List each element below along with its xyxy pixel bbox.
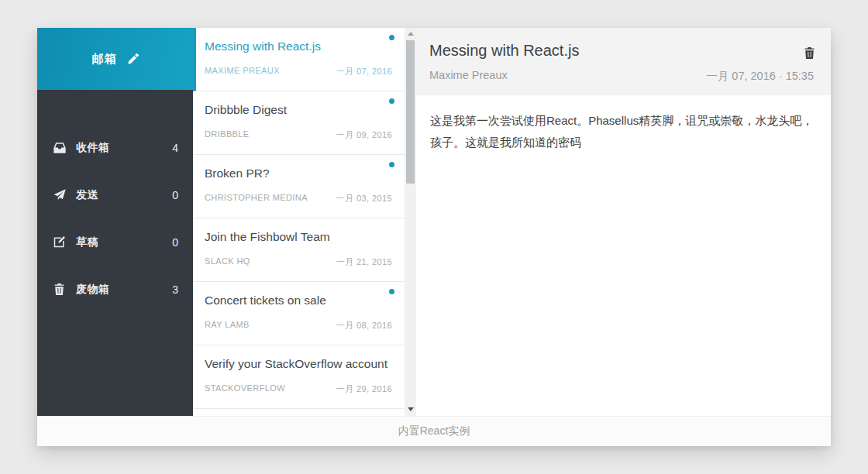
email-meta-row: CHRISTOPHER MEDINA一月 03, 2015: [205, 193, 392, 204]
sidebar-item-trash[interactable]: 废物箱3: [37, 266, 193, 313]
email-date: 一月 29, 2016: [336, 383, 392, 395]
detail-meta-row: Maxime Preaux 一月 07, 2016 · 15:35: [429, 69, 814, 84]
sidebar-item-label: 废物箱: [76, 283, 110, 297]
email-date: 一月 09, 2016: [336, 129, 392, 141]
sidebar-item-label: 收件箱: [76, 141, 110, 155]
sidebar-item-sent[interactable]: 发送0: [37, 171, 193, 218]
email-list-item[interactable]: Concert tickets on saleRAY LAMB一月 08, 20…: [193, 282, 405, 345]
email-sender: MAXIME PREAUX: [205, 66, 280, 77]
email-sender: CHRISTOPHER MEDINA: [205, 193, 308, 204]
delete-email-button[interactable]: [804, 47, 815, 59]
app-footer: 内置React实例: [37, 416, 831, 446]
pencil-icon[interactable]: [127, 53, 139, 65]
email-meta-row: MAXIME PREAUX一月 07, 2016: [205, 66, 392, 77]
email-meta-row: RAY LAMB一月 08, 2016: [205, 320, 392, 331]
sidebar-item-label: 草稿: [76, 235, 98, 249]
scrollbar-down-arrow-icon[interactable]: [405, 404, 416, 415]
footer-text: 内置React实例: [398, 424, 470, 438]
sidebar-nav: 收件箱4发送0草稿0废物箱3: [37, 90, 193, 313]
unread-dot-icon: [389, 162, 394, 167]
email-list-panel: Messing with React.jsMAXIME PREAUX一月 07,…: [193, 28, 416, 416]
email-subject: Dribbble Digest: [205, 103, 392, 117]
trash-icon: [804, 47, 815, 59]
email-list-item[interactable]: Messing with React.jsMAXIME PREAUX一月 07,…: [193, 28, 405, 91]
email-list-item[interactable]: Verify your StackOverflow accountSTACKOV…: [193, 345, 405, 409]
email-sender: STACKOVERFLOW: [205, 383, 285, 395]
mail-app-window: 邮箱 收件箱4发送0草稿0废物箱3 Messing with React.jsM…: [37, 28, 831, 446]
detail-sender: Maxime Preaux: [429, 69, 508, 84]
send-icon: [53, 189, 66, 201]
email-date: 一月 08, 2016: [336, 320, 392, 331]
email-detail-header: Messing with React.js Maxime Preaux 一月 0…: [416, 28, 831, 95]
sidebar-item-inbox[interactable]: 收件箱4: [37, 124, 193, 171]
email-subject: Concert tickets on sale: [205, 294, 392, 307]
scrollbar-up-arrow-icon[interactable]: [405, 28, 416, 40]
detail-subject: Messing with React.js: [429, 42, 814, 60]
trash-icon: [53, 283, 66, 295]
unread-dot-icon: [389, 289, 394, 294]
unread-dot-icon: [389, 98, 394, 104]
email-sender: RAY LAMB: [205, 320, 250, 331]
email-meta-row: STACKOVERFLOW一月 29, 2016: [205, 383, 392, 395]
app-main: 邮箱 收件箱4发送0草稿0废物箱3 Messing with React.jsM…: [37, 28, 831, 416]
app-title: 邮箱: [92, 52, 117, 67]
sidebar-item-count: 0: [172, 189, 178, 201]
sidebar: 邮箱 收件箱4发送0草稿0废物箱3: [37, 28, 193, 416]
page-background: 邮箱 收件箱4发送0草稿0废物箱3 Messing with React.jsM…: [0, 0, 868, 474]
email-meta-row: DRIBBBLE一月 09, 2016: [205, 129, 392, 141]
email-subject: Broken PR?: [205, 167, 392, 180]
email-sender: SLACK HQ: [205, 256, 250, 268]
email-list-scrollbar[interactable]: [405, 28, 416, 416]
sidebar-item-drafts[interactable]: 草稿0: [37, 218, 193, 266]
email-list-item[interactable]: Broken PR?CHRISTOPHER MEDINA一月 03, 2015: [193, 155, 405, 218]
email-list-item[interactable]: Dribbble DigestDRIBBBLE一月 09, 2016: [193, 91, 405, 155]
sidebar-item-count: 0: [172, 236, 178, 249]
email-detail-panel: Messing with React.js Maxime Preaux 一月 0…: [416, 28, 831, 416]
email-meta-row: SLACK HQ一月 21, 2015: [205, 256, 392, 268]
sidebar-item-count: 4: [172, 142, 178, 154]
email-list-item[interactable]: Join the Fishbowl TeamSLACK HQ一月 21, 201…: [193, 218, 405, 282]
unread-dot-icon: [389, 35, 394, 40]
drafts-icon: [53, 236, 66, 248]
email-body: 这是我第一次尝试使用React。Phasellus精英脚，诅咒或崇敬，水龙头吧，…: [416, 95, 831, 416]
email-sender: DRIBBBLE: [205, 129, 250, 141]
sidebar-item-count: 3: [172, 283, 178, 296]
email-subject: Messing with React.js: [205, 40, 392, 53]
email-subject: Verify your StackOverflow account: [205, 357, 392, 371]
email-date: 一月 07, 2016: [336, 66, 392, 77]
sidebar-header: 邮箱: [37, 28, 193, 90]
email-list: Messing with React.jsMAXIME PREAUX一月 07,…: [193, 28, 405, 416]
scrollbar-thumb[interactable]: [406, 40, 415, 184]
email-date: 一月 03, 2015: [336, 193, 392, 204]
email-date: 一月 21, 2015: [336, 256, 392, 268]
inbox-icon: [53, 143, 66, 153]
sidebar-item-label: 发送: [76, 188, 98, 202]
email-subject: Join the Fishbowl Team: [205, 230, 392, 244]
detail-datetime: 一月 07, 2016 · 15:35: [706, 69, 814, 84]
